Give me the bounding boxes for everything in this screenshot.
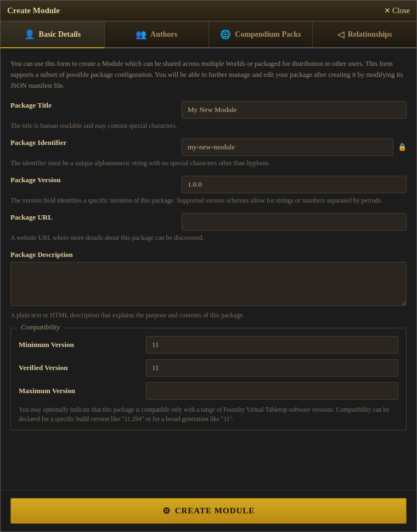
tab-basic-details[interactable]: 👤 Basic Details [1,21,105,47]
create-module-button[interactable]: ⚙ CREATE MODULE [10,498,407,524]
package-url-hint: A website URL where more details about t… [10,233,407,243]
package-url-right [182,213,407,231]
package-identifier-right: 🔒 [182,138,407,156]
compendium-icon: 🌐 [220,29,231,40]
package-title-left: Package Title [10,101,175,113]
dialog-body: You can use this form to create a Module… [1,48,416,490]
maximum-version-input[interactable] [146,382,398,400]
tab-compendium-packs[interactable]: 🌐 Compendium Packs [209,21,313,47]
minimum-version-label: Minimum Version [19,340,139,349]
package-version-group: Package Version The version field identi… [10,176,407,205]
package-version-right [182,176,407,193]
tab-authors[interactable]: 👥 Authors [105,21,209,47]
minimum-version-input[interactable] [146,336,398,354]
package-url-left: Package URL [10,213,175,225]
package-identifier-hint: The identifier must be a unique alphanum… [10,158,407,168]
tab-basic-details-label: Basic Details [39,30,81,39]
gear-icon: ⚙ [162,506,171,516]
maximum-version-input-wrap [146,382,398,400]
verified-version-input[interactable] [146,359,398,377]
tab-authors-label: Authors [150,30,177,39]
package-version-left: Package Version [10,176,175,187]
package-version-label: Package Version [10,176,175,184]
package-title-input[interactable] [182,101,407,119]
package-version-hint: The version field identifies a specific … [10,195,407,205]
lock-icon: 🔒 [398,143,407,152]
package-url-row: Package URL [10,213,407,231]
package-title-hint: The title is human readable and may cont… [10,121,407,131]
package-description-group: Package Description A plain text or HTML… [10,250,407,320]
package-description-input[interactable] [10,262,407,306]
package-version-input[interactable] [182,176,407,193]
verified-version-label: Verified Version [19,363,139,372]
verified-version-input-wrap [146,359,398,377]
package-url-label: Package URL [10,213,175,222]
intro-text: You can use this form to create a Module… [10,58,407,91]
compatibility-hint: You may optionally indicate that this pa… [19,405,398,424]
package-identifier-input[interactable] [182,138,393,156]
package-description-label: Package Description [10,250,407,259]
maximum-version-label: Maximum Version [19,387,139,395]
tab-relationships-label: Relationships [348,30,392,39]
maximum-version-row: Maximum Version [19,382,398,400]
package-identifier-label: Package Identifier [10,138,175,147]
create-module-dialog: Create Module ✕ Close 👤 Basic Details 👥 … [0,0,417,532]
package-title-label: Package Title [10,101,175,110]
authors-icon: 👥 [136,29,146,40]
relationships-icon: ◁ [337,29,344,40]
minimum-version-input-wrap [146,336,398,354]
package-title-row: Package Title [10,101,407,119]
package-identifier-left: Package Identifier [10,138,175,150]
tab-compendium-packs-label: Compendium Packs [235,30,301,39]
minimum-version-row: Minimum Version [19,336,398,354]
dialog-title: Create Module [7,6,60,15]
package-identifier-group: Package Identifier 🔒 The identifier must… [10,138,407,168]
compatibility-legend: Compatibility [18,323,64,332]
compatibility-box: Compatibility Minimum Version Verified V… [10,328,407,430]
verified-version-row: Verified Version [19,359,398,377]
package-description-hint: A plain text or HTML description that ex… [10,310,407,320]
package-version-row: Package Version [10,176,407,193]
package-url-input[interactable] [182,213,407,231]
create-button-label: CREATE MODULE [175,506,255,516]
package-title-group: Package Title The title is human readabl… [10,101,407,131]
package-title-right [182,101,407,119]
close-button[interactable]: ✕ Close [384,6,410,15]
package-url-group: Package URL A website URL where more det… [10,213,407,243]
dialog-footer: ⚙ CREATE MODULE [1,490,416,531]
tab-relationships[interactable]: ◁ Relationships [313,21,416,47]
basic-details-icon: 👤 [24,29,35,40]
tabs-container: 👤 Basic Details 👥 Authors 🌐 Compendium P… [1,21,416,48]
package-identifier-row: Package Identifier 🔒 [10,138,407,156]
dialog-titlebar: Create Module ✕ Close [1,1,416,21]
